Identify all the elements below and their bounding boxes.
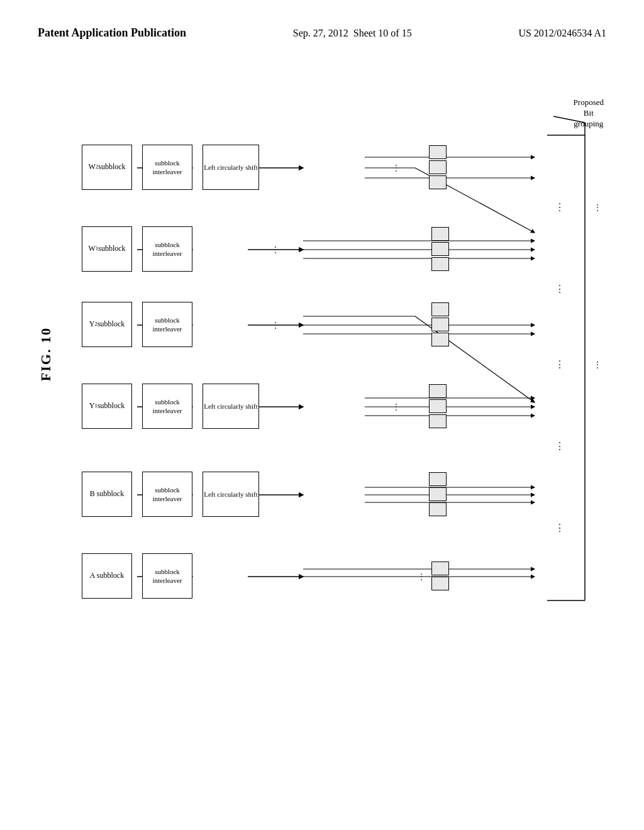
a-outputs <box>431 562 449 590</box>
y1-interleaver: subblock interleaver <box>142 384 192 429</box>
y1-shift: Left circularly shift <box>203 384 259 429</box>
a-subblock: A subblock <box>82 553 132 599</box>
publication-number: US 2012/0246534 A1 <box>518 25 606 42</box>
page-header: Patent Application Publication Sep. 27, … <box>0 0 644 54</box>
svg-text:⋮: ⋮ <box>593 203 602 213</box>
y2-interleaver: subblock interleaver <box>142 302 192 347</box>
b-shift: Left circularly shift <box>203 472 259 517</box>
row-w1: W1 subblock subblock interleaver <box>82 226 449 272</box>
b-interleaver: subblock interleaver <box>142 472 192 517</box>
b-outputs <box>429 472 447 516</box>
w2-interleaver: subblock interleaver <box>142 145 192 190</box>
svg-text:⋮: ⋮ <box>555 359 565 370</box>
row-a: A subblock subblock interleaver <box>82 553 449 599</box>
proposed-grouping-label: ProposedBitgrouping <box>574 97 604 130</box>
publication-date-sheet: Sep. 27, 2012 Sheet 10 of 15 <box>293 25 412 42</box>
a-interleaver: subblock interleaver <box>142 553 192 599</box>
w2-outputs <box>429 145 447 189</box>
w2-subblock: W2 subblock <box>82 145 132 190</box>
w1-outputs <box>431 227 449 271</box>
row-y2: Y2 subblock subblock interleaver <box>82 302 449 347</box>
y2-subblock: Y2 subblock <box>82 302 132 347</box>
publication-title: Patent Application Publication <box>38 25 186 41</box>
y1-outputs <box>429 384 447 428</box>
svg-text:⋮: ⋮ <box>555 523 565 533</box>
w2-shift: Left circularly shift <box>203 145 259 190</box>
w1-interleaver: subblock interleaver <box>142 226 192 272</box>
row-w2: W2 subblock subblock interleaver Left ci… <box>82 145 447 190</box>
diagram-area: ProposedBitgrouping <box>82 94 610 755</box>
row-y1: Y1 subblock subblock interleaver Left ci… <box>82 384 447 429</box>
svg-text:⋮: ⋮ <box>593 360 602 370</box>
y1-subblock: Y1 subblock <box>82 384 132 429</box>
b-subblock: B subblock <box>82 472 132 517</box>
row-b: B subblock subblock interleaver Left cir… <box>82 472 447 517</box>
svg-text:⋮: ⋮ <box>555 441 565 451</box>
figure-label: FIG. 10 <box>38 327 54 381</box>
w1-subblock: W1 subblock <box>82 226 132 272</box>
svg-text:⋮: ⋮ <box>555 202 565 213</box>
y2-outputs <box>431 302 449 346</box>
svg-text:⋮: ⋮ <box>555 284 565 294</box>
